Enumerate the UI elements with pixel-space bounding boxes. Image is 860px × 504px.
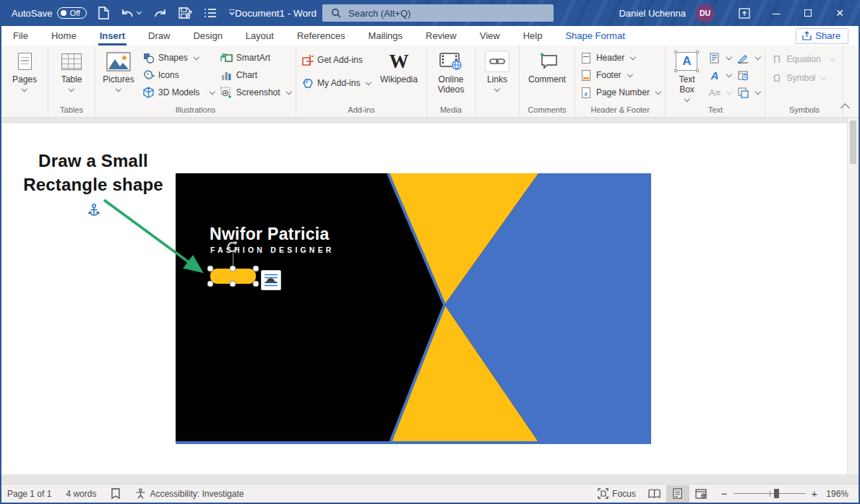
drop-cap-button[interactable]: A≡: [708, 87, 731, 98]
rotate-handle[interactable]: [226, 240, 239, 253]
bullet-list-button[interactable]: [204, 7, 217, 19]
pages-button[interactable]: Pages: [7, 49, 43, 91]
date-time-button[interactable]: [737, 69, 760, 81]
proofing-status[interactable]: [103, 485, 128, 503]
resize-handle-top-left[interactable]: [207, 266, 214, 272]
autosave-switch[interactable]: Off: [57, 7, 86, 19]
zoom-slider-thumb[interactable]: [774, 489, 779, 498]
account-name[interactable]: Daniel Uchenna: [619, 8, 686, 19]
tab-references[interactable]: References: [285, 26, 356, 45]
close-button[interactable]: ×: [824, 0, 856, 26]
new-document-button[interactable]: [98, 6, 109, 19]
page-indicator[interactable]: Page 1 of 1: [1, 485, 59, 503]
resize-handle-top-right[interactable]: [253, 266, 259, 272]
group-symbols: Π Equation Ω Symbol Symbols: [765, 45, 843, 117]
undo-button[interactable]: [121, 6, 141, 19]
account-avatar[interactable]: DU: [696, 4, 714, 22]
signature-line-chevron-icon: [755, 54, 761, 60]
tab-mailings[interactable]: Mailings: [356, 26, 414, 45]
focus-button[interactable]: Focus: [590, 485, 643, 503]
annotation-line-2: Rectangle shape: [10, 173, 176, 196]
chart-button[interactable]: Chart: [220, 69, 291, 81]
search-input[interactable]: [348, 8, 529, 19]
word-window: AutoSave Off: [0, 0, 860, 504]
tab-layout[interactable]: Layout: [234, 26, 285, 45]
comment-button[interactable]: Comment: [525, 49, 569, 84]
smartart-icon: [220, 53, 233, 64]
tab-draw[interactable]: Draw: [137, 26, 181, 45]
text-box-button[interactable]: A Text Box: [671, 49, 702, 101]
minimize-button[interactable]: ─: [760, 0, 792, 26]
zoom-in-button[interactable]: +: [812, 487, 818, 500]
wordart-icon: A: [708, 69, 721, 82]
tab-design[interactable]: Design: [181, 26, 233, 45]
page-number-button[interactable]: Page Number: [580, 87, 661, 98]
resize-handle-bottom-left[interactable]: [207, 281, 214, 287]
resize-handle-top-middle[interactable]: [230, 266, 236, 272]
accessibility-status[interactable]: Accessibility: Investigate: [128, 485, 251, 503]
quick-parts-chevron-icon: [726, 54, 732, 60]
share-button[interactable]: Share: [796, 28, 848, 44]
ribbon-display-options-button[interactable]: [728, 0, 760, 26]
tab-help[interactable]: Help: [512, 26, 554, 45]
document-background: [1, 118, 859, 123]
links-icon: [489, 56, 505, 66]
zoom-percentage[interactable]: 196%: [826, 489, 859, 499]
group-tables: Table Tables: [48, 45, 95, 117]
tab-insert[interactable]: Insert: [88, 26, 137, 45]
search-box[interactable]: [322, 4, 554, 22]
get-addins-button[interactable]: Get Add-ins: [301, 54, 371, 66]
wikipedia-button[interactable]: W Wikipedia: [377, 49, 421, 84]
online-videos-button[interactable]: Online Videos: [432, 49, 470, 95]
text-box-label: Text Box: [671, 74, 702, 95]
smartart-button[interactable]: SmartArt: [220, 52, 291, 64]
tab-home[interactable]: Home: [40, 26, 88, 45]
word-count[interactable]: 4 words: [59, 485, 103, 503]
maximize-button[interactable]: [792, 0, 824, 26]
footer-button[interactable]: Footer: [580, 69, 661, 81]
links-button[interactable]: Links: [481, 49, 514, 91]
screenshot-chevron-icon: [285, 89, 291, 95]
chart-icon: [221, 70, 232, 81]
redo-button[interactable]: [152, 6, 167, 19]
symbol-button[interactable]: Ω Symbol: [770, 72, 834, 84]
equation-button[interactable]: Π Equation: [770, 53, 834, 65]
print-layout-button[interactable]: [666, 485, 689, 503]
autosave-toggle[interactable]: AutoSave Off: [12, 7, 87, 19]
icons-button[interactable]: Icons: [142, 69, 215, 81]
equation-icon: Π: [770, 53, 783, 65]
scrollbar-thumb[interactable]: [850, 121, 856, 164]
maximize-icon: [804, 9, 812, 17]
quick-parts-button[interactable]: [708, 52, 731, 64]
wordart-button[interactable]: A: [708, 69, 731, 81]
my-addins-button[interactable]: My Add-ins: [301, 77, 371, 89]
object-button[interactable]: [737, 87, 760, 98]
signature-line-button[interactable]: [737, 52, 760, 64]
zoom-out-button[interactable]: −: [721, 487, 728, 500]
page-number-chevron-icon: [655, 89, 661, 95]
tab-shape-format[interactable]: Shape Format: [554, 26, 636, 45]
screenshot-icon: [220, 87, 233, 98]
zoom-slider[interactable]: [734, 493, 806, 495]
tab-view[interactable]: View: [468, 26, 512, 45]
pictures-button[interactable]: Pictures: [100, 49, 137, 91]
table-button[interactable]: Table: [53, 49, 90, 91]
equation-label: Equation: [786, 54, 820, 64]
group-addins: Get Add-ins My Add-ins W Wikipedia Add-i…: [296, 45, 427, 117]
shapes-button[interactable]: Shapes: [142, 52, 215, 64]
save-button[interactable]: [179, 6, 192, 19]
read-mode-button[interactable]: [643, 485, 666, 503]
object-icon: [738, 87, 749, 98]
resize-handle-bottom-middle[interactable]: [230, 281, 236, 287]
layout-options-button[interactable]: [261, 270, 281, 290]
quick-access-toolbar: AutoSave Off: [12, 0, 236, 26]
tab-review[interactable]: Review: [414, 26, 468, 45]
instruction-arrow: [101, 196, 213, 282]
web-layout-button[interactable]: [689, 485, 713, 503]
vertical-scrollbar[interactable]: [847, 118, 859, 474]
resize-handle-bottom-right[interactable]: [253, 281, 259, 287]
tab-file[interactable]: File: [1, 26, 40, 45]
screenshot-button[interactable]: Screenshot: [220, 87, 291, 98]
3d-models-button[interactable]: 3D Models: [142, 87, 215, 98]
header-button[interactable]: Header: [580, 52, 661, 64]
